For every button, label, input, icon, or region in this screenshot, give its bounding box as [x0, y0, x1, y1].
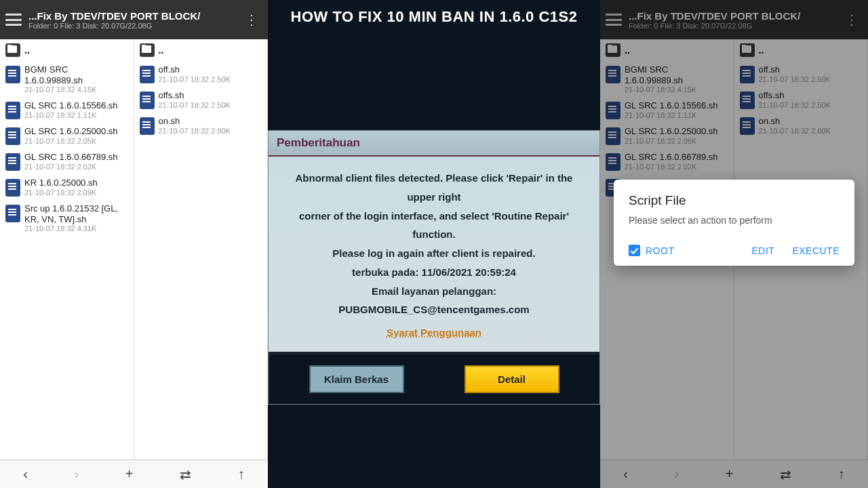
more-icon[interactable]: ⋮: [241, 12, 262, 28]
file-meta: 21-10-07 18:32 2.05K: [24, 137, 128, 145]
path-title: ...Fix By TDEV/TDEV PORT BLOCK/: [28, 10, 241, 22]
file-icon: [5, 179, 20, 197]
file-icon: [606, 102, 620, 119]
file-column-2: .. off.sh21-10-07 18:32 2.50Koffs.sh21-1…: [134, 39, 269, 460]
root-checkbox[interactable]: [629, 245, 640, 256]
up-dir[interactable]: ..: [134, 39, 268, 61]
file-name: BGMI SRC 1.6.0.99889.sh: [24, 64, 128, 85]
file-meta: 21-10-07 18:32 4.31K: [24, 224, 128, 232]
file-meta: 21-10-07 18:32 2.80K: [159, 127, 262, 135]
file-meta: 21-10-07 18:32 4.15K: [24, 85, 128, 94]
file-name: GL SRC 1.6.0.15566.sh: [24, 100, 128, 111]
terms-link[interactable]: Syarat Penggunaan: [387, 323, 481, 342]
file-meta: 21-10-07 18:32 2.50K: [159, 75, 262, 83]
file-row[interactable]: off.sh21-10-07 18:32 2.50K: [134, 61, 268, 87]
file-meta: 21-10-07 18:32 1.11K: [24, 111, 128, 119]
notice-body: Abnormal client files detected. Please c…: [269, 157, 599, 352]
file-row[interactable]: offs.sh21-10-07 18:32 2.50K: [734, 87, 868, 113]
file-row[interactable]: BGMI SRC 1.6.0.99889.sh21-10-07 18:32 4.…: [600, 61, 734, 97]
file-row[interactable]: offs.sh21-10-07 18:32 2.50K: [134, 87, 268, 113]
file-meta: 21-10-07 18:32 2.80K: [759, 127, 863, 135]
file-name: Src up 1.6.0.21532 [GL, KR, VN, TW].sh: [24, 203, 128, 224]
file-icon: [606, 153, 620, 171]
file-name: KR 1.6.0.25000.sh: [24, 178, 128, 188]
file-name: on.sh: [759, 116, 863, 127]
game-panel: HOW TO FIX 10 MIN BAN IN 1.6.0 C1S2 Pemb…: [268, 0, 600, 488]
file-row[interactable]: GL SRC 1.6.0.25000.sh21-10-07 18:32 2.05…: [600, 123, 734, 148]
execute-button[interactable]: EXECUTE: [792, 245, 840, 256]
swap-icon[interactable]: ⇄: [180, 466, 191, 483]
file-icon: [5, 127, 20, 145]
video-title: HOW TO FIX 10 MIN BAN IN 1.6.0 C1S2: [268, 8, 600, 26]
file-meta: 21-10-07 18:32 2.05K: [625, 137, 728, 145]
up-dir[interactable]: ..: [600, 39, 734, 61]
path-sub: Folder: 0 File: 3 Disk: 20.07G/22.08G: [629, 22, 841, 30]
plus-icon[interactable]: +: [125, 466, 134, 482]
root-label[interactable]: ROOT: [646, 245, 674, 256]
forward-icon[interactable]: ›: [75, 466, 79, 482]
file-icon: [740, 66, 755, 83]
file-manager-right: ...Fix By TDEV/TDEV PORT BLOCK/ Folder: …: [600, 0, 868, 488]
dialog-message: Please select an action to perform: [629, 215, 840, 226]
file-row[interactable]: Src up 1.6.0.21532 [GL, KR, VN, TW].sh21…: [0, 200, 134, 236]
script-dialog: Script File Please select an action to p…: [614, 180, 854, 266]
file-icon: [606, 127, 620, 145]
up-icon[interactable]: ↑: [238, 466, 245, 482]
up-dir[interactable]: ..: [734, 39, 868, 61]
file-name: GL SRC 1.6.0.66789.sh: [24, 152, 128, 163]
fm-header: ...Fix By TDEV/TDEV PORT BLOCK/ Folder: …: [600, 0, 868, 39]
file-row[interactable]: KR 1.6.0.25000.sh21-10-07 18:32 2.09K: [0, 174, 134, 200]
file-icon: [140, 117, 155, 135]
file-meta: 21-10-07 18:32 2.09K: [24, 188, 128, 197]
hamburger-icon[interactable]: [606, 14, 622, 26]
file-meta: 21-10-07 18:32 4.15K: [625, 85, 728, 94]
file-meta: 21-10-07 18:32 2.50K: [159, 101, 262, 109]
file-name: offs.sh: [159, 90, 262, 101]
file-manager-left: ...Fix By TDEV/TDEV PORT BLOCK/ Folder: …: [0, 0, 268, 488]
bottom-toolbar: ‹ › + ⇄ ↑: [0, 460, 268, 488]
file-row[interactable]: GL SRC 1.6.0.25000.sh21-10-07 18:32 2.05…: [0, 123, 134, 148]
notice-header: Pemberitahuan: [269, 131, 599, 157]
plus-icon[interactable]: +: [726, 466, 734, 482]
folder-icon: [740, 43, 755, 57]
file-row[interactable]: off.sh21-10-07 18:32 2.50K: [734, 61, 868, 87]
file-name: BGMI SRC 1.6.0.99889.sh: [625, 64, 728, 85]
up-icon[interactable]: ↑: [838, 466, 845, 482]
file-row[interactable]: GL SRC 1.6.0.66789.sh21-10-07 18:32 2.02…: [600, 148, 734, 174]
file-icon: [140, 92, 155, 109]
forward-icon[interactable]: ›: [675, 466, 679, 482]
file-icon: [740, 117, 755, 135]
hamburger-icon[interactable]: [5, 14, 22, 26]
more-icon[interactable]: ⋮: [841, 12, 863, 28]
file-meta: 21-10-07 18:32 2.02K: [24, 163, 128, 171]
back-icon[interactable]: ‹: [623, 466, 628, 482]
file-meta: 21-10-07 18:32 2.50K: [759, 101, 863, 109]
file-name: off.sh: [759, 64, 863, 75]
up-dir[interactable]: ..: [0, 39, 134, 61]
file-icon: [5, 205, 20, 222]
file-icon: [740, 92, 755, 109]
swap-icon[interactable]: ⇄: [780, 466, 791, 483]
file-row[interactable]: on.sh21-10-07 18:32 2.80K: [734, 113, 868, 138]
file-row[interactable]: on.sh21-10-07 18:32 2.80K: [134, 113, 268, 138]
file-name: GL SRC 1.6.0.66789.sh: [625, 152, 728, 163]
dialog-title: Script File: [629, 193, 840, 208]
edit-button[interactable]: EDIT: [751, 245, 774, 256]
detail-button[interactable]: Detail: [465, 365, 559, 393]
file-row[interactable]: BGMI SRC 1.6.0.99889.sh21-10-07 18:32 4.…: [0, 61, 134, 97]
file-name: GL SRC 1.6.0.15566.sh: [625, 100, 728, 111]
file-icon: [5, 153, 20, 171]
folder-icon: [606, 43, 620, 57]
file-row[interactable]: GL SRC 1.6.0.15566.sh21-10-07 18:32 1.11…: [600, 97, 734, 123]
path-sub: Folder: 0 File: 3 Disk: 20.07G/22.08G: [28, 22, 241, 30]
back-icon[interactable]: ‹: [23, 466, 28, 482]
path-title: ...Fix By TDEV/TDEV PORT BLOCK/: [629, 10, 841, 22]
file-icon: [606, 66, 620, 83]
file-name: GL SRC 1.6.0.25000.sh: [625, 126, 728, 137]
file-icon: [5, 102, 20, 119]
file-row[interactable]: GL SRC 1.6.0.15566.sh21-10-07 18:32 1.11…: [0, 97, 134, 123]
file-meta: 21-10-07 18:32 2.50K: [759, 75, 863, 83]
claim-button[interactable]: Klaim Berkas: [309, 365, 404, 393]
file-row[interactable]: GL SRC 1.6.0.66789.sh21-10-07 18:32 2.02…: [0, 148, 134, 174]
file-icon: [140, 66, 155, 83]
